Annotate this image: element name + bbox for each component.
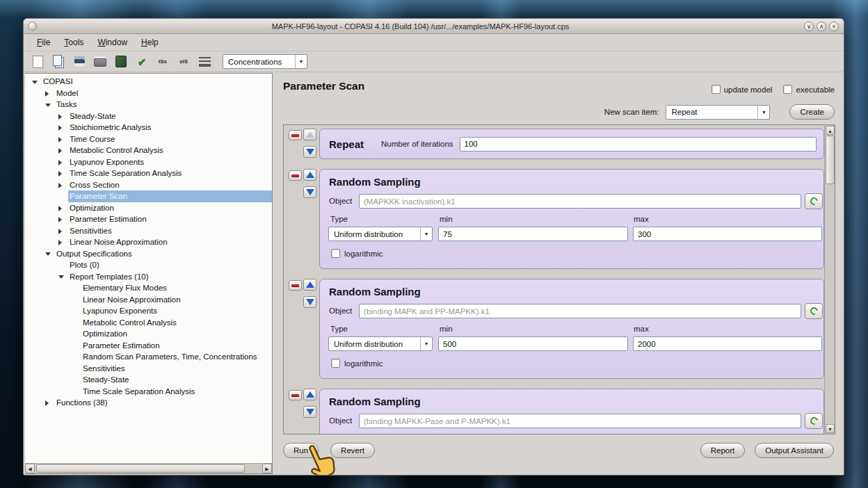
max-input[interactable] [633, 227, 822, 241]
maximize-button[interactable]: ∧ [817, 22, 826, 31]
min-input[interactable] [438, 227, 628, 241]
scroll-down-icon[interactable]: ▼ [826, 424, 835, 433]
select-object-button[interactable] [805, 413, 823, 429]
expand-arrow-icon[interactable] [58, 137, 62, 143]
tree-item-optimization[interactable]: Optimization [25, 202, 272, 214]
tree-item-time-course[interactable]: Time Course [25, 133, 272, 145]
tree-item-metabolic-control-analysis[interactable]: Metabolic Control Analysis [25, 317, 272, 329]
scroll-left-icon[interactable]: ◀ [25, 464, 35, 473]
distribution-combo[interactable]: Uniform distribution ▼ [328, 336, 433, 351]
menu-window[interactable]: Window [91, 35, 134, 49]
tree-item-plots-0[interactable]: Plots (0) [25, 259, 272, 271]
remove-item-button[interactable] [289, 170, 302, 181]
move-item-down-button[interactable] [303, 146, 316, 158]
object-input[interactable] [359, 194, 801, 209]
logarithmic-checkbox[interactable] [331, 359, 340, 368]
is-to-s-icon[interactable]: ISs [154, 54, 171, 70]
expand-arrow-icon[interactable] [45, 400, 49, 406]
expand-arrow-icon[interactable] [58, 183, 62, 188]
tree-item-copasi[interactable]: COPASI [25, 76, 272, 88]
tree-item-stoichiometric-analysis[interactable]: Stoichiometric Analysis [25, 122, 272, 133]
slider-icon[interactable] [196, 54, 213, 70]
close-button[interactable]: × [829, 22, 839, 31]
tree-horizontal-scrollbar[interactable]: ◀ ▶ [25, 463, 272, 473]
select-object-button[interactable] [805, 303, 823, 319]
expand-arrow-icon[interactable] [45, 91, 49, 97]
tree-item-sensitivities[interactable]: Sensitivities [25, 363, 272, 375]
tree-item-metabolic-control-analysis[interactable]: Metabolic Control Analysis [25, 145, 272, 156]
revert-button[interactable]: Revert [330, 443, 375, 458]
expand-arrow-icon[interactable] [58, 217, 62, 222]
move-item-up-button[interactable] [303, 169, 316, 181]
expand-arrow-icon[interactable] [58, 206, 62, 211]
expand-arrow-icon[interactable] [58, 171, 62, 177]
tree-item-optimization[interactable]: Optimization [25, 328, 272, 340]
move-item-up-button[interactable] [303, 279, 316, 291]
scroll-up-icon[interactable]: ▲ [826, 126, 835, 135]
check-model-icon[interactable]: ✔ [134, 54, 150, 70]
scrollbar-thumb[interactable] [36, 464, 245, 473]
move-item-up-button[interactable] [303, 129, 316, 140]
object-input[interactable] [359, 304, 801, 318]
tree-item-cross-section[interactable]: Cross Section [25, 179, 272, 191]
min-input[interactable] [438, 336, 628, 351]
export-icon[interactable] [113, 54, 129, 70]
tree-item-output-specifications[interactable]: Output Specifications [25, 248, 272, 260]
s-to-is-icon[interactable]: sIS [175, 54, 192, 70]
object-input[interactable] [359, 414, 801, 428]
menu-help[interactable]: Help [135, 35, 165, 49]
tree-item-lyapunov-exponents[interactable]: Lyapunov Exponents [25, 305, 272, 317]
collapse-arrow-icon[interactable] [45, 104, 51, 107]
move-item-down-button[interactable] [303, 406, 316, 418]
iterations-input[interactable] [460, 137, 817, 152]
menu-file[interactable]: File [31, 35, 56, 49]
scan-vertical-scrollbar[interactable]: ▲ ▼ [824, 125, 835, 434]
tree-item-linear-noise-approximation[interactable]: Linear Noise Approximation [25, 294, 272, 306]
remove-item-button[interactable] [289, 130, 302, 140]
select-object-button[interactable] [805, 193, 823, 209]
output-assistant-button[interactable]: Output Assistant [755, 443, 834, 458]
collapse-arrow-icon[interactable] [58, 275, 64, 279]
update-model-checkbox[interactable] [712, 85, 721, 94]
collapse-arrow-icon[interactable] [45, 252, 51, 256]
expand-arrow-icon[interactable] [58, 114, 62, 120]
report-button[interactable]: Report [700, 443, 746, 458]
tree-item-parameter-estimation[interactable]: Parameter Estimation [25, 213, 272, 225]
remove-item-button[interactable] [289, 390, 302, 400]
expand-arrow-icon[interactable] [58, 160, 62, 165]
run-button[interactable]: Run [283, 443, 319, 458]
logarithmic-checkbox[interactable] [331, 249, 340, 258]
tree-item-steady-state[interactable]: Steady-State [25, 111, 272, 122]
collapse-arrow-icon[interactable] [32, 81, 38, 84]
save-icon[interactable] [71, 54, 88, 70]
expand-arrow-icon[interactable] [58, 240, 62, 245]
remove-item-button[interactable] [289, 280, 302, 291]
tree-item-tasks[interactable]: Tasks [25, 99, 272, 111]
tree-item-report-templates-10[interactable]: Report Templates (10) [25, 271, 272, 283]
tree-item-steady-state[interactable]: Steady-State [25, 374, 272, 386]
expand-arrow-icon[interactable] [58, 125, 62, 131]
tree-item-lyapunov-exponents[interactable]: Lyapunov Exponents [25, 156, 272, 168]
executable-checkbox[interactable] [783, 85, 792, 94]
tree-item-linear-noise-approximation[interactable]: Linear Noise Approximation [25, 236, 272, 248]
max-input[interactable] [633, 336, 822, 351]
menu-tools[interactable]: Tools [58, 35, 90, 49]
move-item-up-button[interactable] [303, 389, 316, 400]
tree-item-parameter-estimation[interactable]: Parameter Estimation [25, 340, 272, 352]
tree-item-elementary-flux-modes[interactable]: Elementary Flux Modes [25, 282, 272, 294]
minimize-button[interactable]: ∨ [804, 22, 814, 31]
tree-item-model[interactable]: Model [25, 88, 272, 99]
scrollbar-thumb[interactable] [826, 136, 835, 184]
tree-item-random-scan-parameters-time-concentrations[interactable]: Random Scan Parameters, Time, Concentrat… [25, 351, 272, 363]
move-item-down-button[interactable] [303, 186, 316, 198]
copy-icon[interactable] [50, 54, 67, 70]
titlebar[interactable]: MAPK-HF96-layout - COPASI 4.16 (Build 10… [24, 19, 844, 34]
new-scan-item-combo[interactable]: Repeat ▼ [666, 105, 770, 120]
tree-item-time-scale-separation-analysis[interactable]: Time Scale Separation Analysis [25, 386, 272, 398]
tree-item-functions-38[interactable]: Functions (38) [25, 397, 272, 409]
tree-item-parameter-scan[interactable]: Parameter Scan [25, 190, 272, 202]
move-item-down-button[interactable] [303, 296, 316, 308]
expand-arrow-icon[interactable] [58, 148, 62, 154]
concentrations-combo[interactable]: Concentrations ▼ [223, 54, 307, 69]
distribution-combo[interactable]: Uniform distribution ▼ [328, 227, 433, 241]
